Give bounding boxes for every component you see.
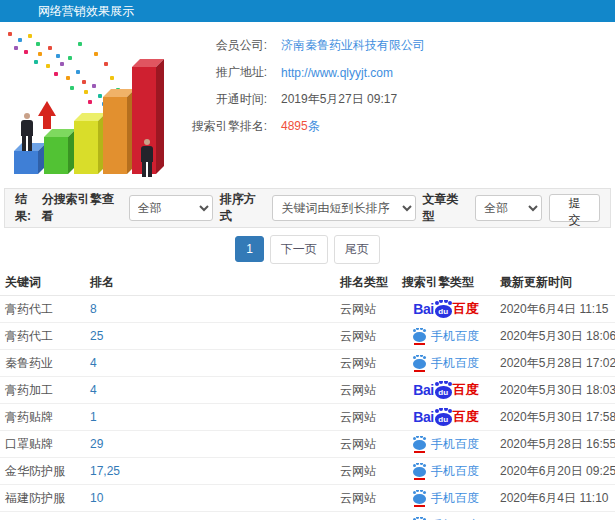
page-1-button[interactable]: 1 bbox=[235, 236, 264, 262]
rank-type-cell: 云网站 bbox=[335, 409, 397, 426]
mobile-baidu-logo: 手机百度 bbox=[413, 328, 479, 345]
last-page-button[interactable]: 尾页 bbox=[334, 235, 380, 264]
engine-filter-label: 分搜索引擎查看 bbox=[42, 191, 122, 225]
header-keyword: 关键词 bbox=[0, 274, 85, 291]
chart-bar-green bbox=[44, 137, 68, 174]
baidu-paw-icon bbox=[413, 467, 426, 477]
baidu-paw-icon: du bbox=[435, 413, 452, 426]
rank-link[interactable]: 1 bbox=[85, 410, 335, 424]
baidu-logo: Baidu百度 bbox=[413, 381, 478, 399]
promo-url-label: 推广地址: bbox=[172, 64, 267, 81]
rank-type-cell: 云网站 bbox=[335, 355, 397, 372]
updated-cell: 2020年6月4日 11:10 bbox=[495, 490, 615, 507]
header-rank-type: 排名类型 bbox=[335, 274, 397, 291]
rank-type-cell: 云网站 bbox=[335, 301, 397, 318]
rank-link[interactable]: 29 bbox=[85, 437, 335, 451]
mobile-baidu-logo: 手机百度 bbox=[413, 355, 479, 372]
member-info: 会员公司: 济南秦鲁药业科技有限公司 推广地址: http://www.qlyy… bbox=[172, 32, 425, 140]
chart-bar-yellow bbox=[74, 121, 98, 174]
chart-bar-blue bbox=[14, 151, 38, 174]
mobile-baidu-logo: 手机百度 bbox=[413, 517, 479, 520]
businessman-left-figure bbox=[20, 113, 34, 151]
table-row: 膏药代工 25 云网站 Baidu百度 手机百度 2020年5月30日 18:0… bbox=[0, 323, 615, 350]
baidu-paw-icon bbox=[413, 440, 426, 450]
table-row: 口罩贴牌 29 云网站 Baidu百度 手机百度 2020年5月28日 16:5… bbox=[0, 431, 615, 458]
article-type-label: 文章类型 bbox=[423, 191, 469, 225]
company-link[interactable]: 济南秦鲁药业科技有限公司 bbox=[281, 37, 425, 54]
baidu-logo: Baidu百度 bbox=[413, 300, 478, 318]
open-time-value: 2019年5月27日 09:17 bbox=[281, 91, 397, 108]
updated-cell: 2020年5月30日 18:03 bbox=[495, 382, 615, 399]
engine-filter-select[interactable]: 全部 bbox=[129, 195, 213, 221]
engine-cell: Baidu百度 手机百度 bbox=[397, 463, 495, 480]
updated-cell: 2020年5月30日 18:06 bbox=[495, 328, 615, 345]
rank-type-cell: 云网站 bbox=[335, 436, 397, 453]
member-url-row: 推广地址: http://www.qlyyjt.com bbox=[172, 59, 425, 86]
result-label: 结果: bbox=[15, 191, 42, 225]
baidu-paw-icon: du bbox=[435, 386, 452, 399]
table-row: 膏药代工 8 云网站 Baidu百度 手机百度 2020年6月4日 11:15 bbox=[0, 296, 615, 323]
engine-cell: Baidu百度 手机百度 bbox=[397, 436, 495, 453]
header-rank: 排名 bbox=[85, 274, 335, 291]
top-section: 会员公司: 济南秦鲁药业科技有限公司 推广地址: http://www.qlyy… bbox=[0, 22, 615, 188]
engine-cell: Baidu百度 手机百度 bbox=[397, 490, 495, 507]
updated-cell: 2020年5月28日 16:55 bbox=[495, 436, 615, 453]
table-row: 膏药贴牌 1 云网站 Baidu百度 手机百度 2020年5月30日 17:58 bbox=[0, 404, 615, 431]
rank-count: 4895 bbox=[281, 119, 308, 133]
submit-button[interactable]: 提交 bbox=[549, 194, 600, 222]
updated-cell: 2020年5月28日 17:02 bbox=[495, 355, 615, 372]
decorative-chart-image bbox=[0, 28, 175, 186]
keyword-cell: 金华防护服 bbox=[0, 463, 85, 480]
baidu-paw-icon: du bbox=[435, 305, 452, 318]
updated-cell: 2020年6月4日 11:15 bbox=[495, 301, 615, 318]
engine-cell: Baidu百度 手机百度 bbox=[397, 300, 495, 318]
rank-unit: 条 bbox=[308, 119, 320, 133]
baidu-paw-icon bbox=[413, 359, 426, 369]
window-title-bar: 网络营销效果展示 bbox=[0, 0, 615, 22]
table-row: 秦鲁药业 4 云网站 Baidu百度 手机百度 2020年5月28日 17:02 bbox=[0, 350, 615, 377]
keyword-cell: 膏药代工 bbox=[0, 328, 85, 345]
engine-cell: 手机百度 bbox=[397, 517, 495, 520]
table-header-row: 关键词 排名 排名类型 搜索引擎类型 最新更新时间 bbox=[0, 270, 615, 296]
rank-type-cell: 云网站 bbox=[335, 490, 397, 507]
chart-bar-orange bbox=[103, 97, 127, 174]
table-row: 福建防护服 10 云网站 Baidu百度 手机百度 2020年6月4日 11:1… bbox=[0, 485, 615, 512]
growth-arrow-icon bbox=[38, 101, 56, 129]
header-engine-type: 搜索引擎类型 bbox=[397, 274, 495, 291]
mobile-baidu-logo: 手机百度 bbox=[413, 436, 479, 453]
header-updated: 最新更新时间 bbox=[495, 274, 615, 291]
filter-panel: 结果: 分搜索引擎查看 全部 排序方式 关键词由短到长排序 文章类型 全部 提交 bbox=[4, 188, 611, 228]
sort-filter-label: 排序方式 bbox=[220, 191, 266, 225]
article-type-select[interactable]: 全部 bbox=[475, 195, 542, 221]
keyword-cell: 膏药代工 bbox=[0, 301, 85, 318]
rank-link[interactable]: 8 bbox=[85, 302, 335, 316]
keyword-cell: 膏药贴牌 bbox=[0, 409, 85, 426]
sort-filter-select[interactable]: 关键词由短到长排序 bbox=[272, 195, 415, 221]
filter-controls: 分搜索引擎查看 全部 排序方式 关键词由短到长排序 文章类型 全部 提交 bbox=[42, 191, 600, 225]
engine-cell: Baidu百度 手机百度 bbox=[397, 355, 495, 372]
rank-link[interactable]: 17,25 bbox=[85, 464, 335, 478]
page-title: 网络营销效果展示 bbox=[38, 4, 134, 18]
member-rank-row: 搜索引擎排名: 4895条 bbox=[172, 113, 425, 140]
baidu-logo: Baidu百度 bbox=[413, 408, 478, 426]
mobile-baidu-logo: 手机百度 bbox=[413, 490, 479, 507]
promo-url-link[interactable]: http://www.qlyyjt.com bbox=[281, 66, 393, 80]
rank-link[interactable]: 10 bbox=[85, 491, 335, 505]
member-company-row: 会员公司: 济南秦鲁药业科技有限公司 bbox=[172, 32, 425, 59]
rank-link[interactable]: 4 bbox=[85, 383, 335, 397]
next-page-button[interactable]: 下一页 bbox=[270, 235, 328, 264]
engine-cell: Baidu百度 手机百度 bbox=[397, 328, 495, 345]
rank-link[interactable]: 25 bbox=[85, 329, 335, 343]
pagination: 1 下一页 尾页 bbox=[0, 228, 615, 270]
baidu-paw-icon bbox=[413, 332, 426, 342]
rank-link[interactable]: 4 bbox=[85, 356, 335, 370]
open-time-label: 开通时间: bbox=[172, 91, 267, 108]
keyword-cell: 膏药加工 bbox=[0, 382, 85, 399]
businessman-right-figure bbox=[140, 139, 154, 177]
engine-rank-value: 4895条 bbox=[281, 118, 320, 135]
updated-cell: 2020年5月30日 17:58 bbox=[495, 409, 615, 426]
engine-cell: Baidu百度 手机百度 bbox=[397, 381, 495, 399]
engine-rank-label: 搜索引擎排名: bbox=[172, 118, 267, 135]
company-label: 会员公司: bbox=[172, 37, 267, 54]
rank-type-cell: 云网站 bbox=[335, 382, 397, 399]
